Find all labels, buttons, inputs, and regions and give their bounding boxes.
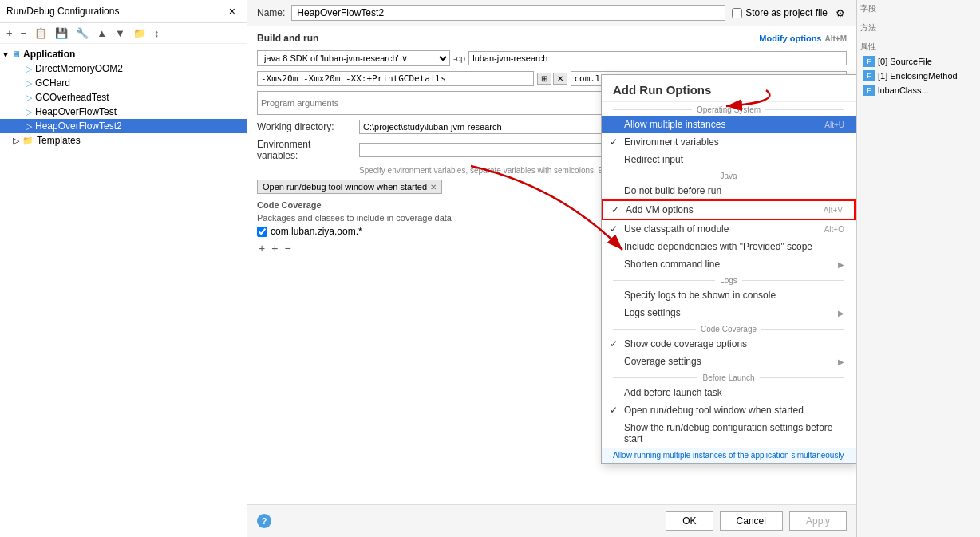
- tree-item-application[interactable]: ▾ 🖥 Application: [0, 47, 247, 61]
- sidebar-item-lubanclass-label: lubanClass...: [878, 85, 929, 95]
- config-tree: ▾ 🖥 Application ▷ DirectMemoryOOM2 ▷ GCH…: [0, 44, 247, 537]
- dialog-footer: ? OK Cancel Apply: [247, 504, 856, 537]
- tree-label-heapoverflow: HeapOverFlowTest: [35, 106, 117, 117]
- dropdown-item-env-vars[interactable]: Environment variables: [602, 133, 856, 151]
- sort-button[interactable]: ↕: [151, 26, 163, 41]
- sidebar-file-icon-2: F: [863, 70, 875, 81]
- sidebar-item-sourcefile[interactable]: F [0] SourceFile: [860, 54, 977, 69]
- dropdown-item-logs-console-label: Specify logs to be shown in console: [624, 290, 776, 301]
- tag-close-btn[interactable]: ✕: [430, 183, 437, 192]
- add-nested-btn[interactable]: +: [270, 240, 279, 256]
- build-run-label: Build and run: [257, 33, 318, 44]
- ok-button[interactable]: OK: [666, 511, 713, 531]
- help-button[interactable]: ?: [257, 514, 271, 528]
- dropdown-item-logs-settings-label: Logs settings: [624, 307, 681, 318]
- name-label: Name:: [257, 7, 285, 18]
- tree-item-gcoverhead[interactable]: ▷ GCOverheadTest: [0, 90, 247, 105]
- dropdown-item-include-deps[interactable]: Include dependencies with "Provided" sco…: [602, 238, 856, 255]
- cp-input[interactable]: [468, 51, 847, 65]
- store-checkbox[interactable]: [732, 8, 742, 18]
- tree-label-gchard: GCHard: [35, 77, 70, 89]
- dropdown-item-coverage-settings[interactable]: Coverage settings ▶: [602, 353, 856, 370]
- add-config-button[interactable]: +: [3, 26, 16, 41]
- add-package-btn[interactable]: +: [257, 240, 267, 256]
- file-icon-gchard: ▷: [26, 78, 32, 89]
- modify-options-link[interactable]: Modify options: [759, 34, 821, 43]
- remove-package-btn[interactable]: −: [283, 240, 292, 256]
- main-config-panel: Name: Store as project file ⚙ Build and …: [247, 0, 856, 537]
- name-input[interactable]: [291, 5, 725, 21]
- dropdown-item-multiple-instances[interactable]: Allow multiple instances Alt+U: [602, 116, 856, 133]
- file-icon-directmemory: ▷: [26, 64, 32, 74]
- save-config-button[interactable]: 💾: [52, 26, 71, 41]
- cancel-button[interactable]: Cancel: [720, 511, 783, 531]
- dropdown-item-redirect[interactable]: Redirect input: [602, 151, 856, 168]
- dropdown-item-logs-settings[interactable]: Logs settings ▶: [602, 304, 856, 322]
- tree-item-directmemory[interactable]: ▷ DirectMemoryOOM2: [0, 61, 247, 76]
- expand-icon-templates: ▷: [13, 136, 19, 146]
- move-up-button[interactable]: ▲: [93, 26, 110, 41]
- dropdown-item-open-tool[interactable]: Open run/debug tool window when started: [602, 401, 856, 419]
- sidebar-item-enclosing[interactable]: F [1] EnclosingMethod: [860, 69, 977, 83]
- gear-button[interactable]: ⚙: [834, 6, 847, 21]
- cp-label: -cp: [453, 53, 465, 63]
- dropdown-coverage-arrow: ▶: [838, 357, 844, 366]
- dropdown-item-add-before[interactable]: Add before launch task: [602, 384, 856, 401]
- tree-item-templates[interactable]: ▷ 📁 Templates: [0, 133, 247, 148]
- open-tool-tag: Open run/debug tool window when started …: [257, 180, 442, 194]
- file-icon-heapoverflow: ▷: [26, 107, 32, 117]
- sidebar-item-sourcefile-label: [0] SourceFile: [878, 57, 932, 66]
- package-checkbox[interactable]: [257, 227, 267, 237]
- sidebar-properties-label: 属性: [860, 41, 977, 53]
- dropdown-item-logs-console[interactable]: Specify logs to be shown in console: [602, 286, 856, 304]
- dialog-title: Run/Debug Configurations: [6, 6, 119, 17]
- env-vars-label: Environment variables:: [257, 139, 353, 161]
- dropdown-java-label: Java: [720, 172, 737, 180]
- dropdown-item-show-coverage[interactable]: Show code coverage options: [602, 335, 856, 353]
- add-run-options-dropdown: Add Run Options Operating System Allow m…: [601, 74, 856, 464]
- close-button[interactable]: ×: [224, 3, 240, 19]
- dropdown-item-show-settings-label: Show the run/debug configuration setting…: [624, 422, 844, 444]
- vm-options-input[interactable]: [257, 71, 534, 86]
- sdk-row: java 8 SDK of 'luban-jvm-research' ∨ -cp: [257, 50, 847, 66]
- dropdown-item-redirect-label: Redirect input: [624, 154, 683, 165]
- dropdown-item-shorten-label: Shorten command line: [624, 259, 720, 270]
- wrench-button[interactable]: 🔧: [73, 26, 92, 41]
- dropdown-os-section: Operating System: [602, 102, 856, 116]
- move-button[interactable]: 📁: [130, 26, 149, 41]
- vm-expand-btn[interactable]: ⊞: [537, 73, 551, 85]
- dropdown-item-open-tool-label: Open run/debug tool window when started: [624, 405, 804, 416]
- dropdown-item-shorten[interactable]: Shorten command line ▶: [602, 255, 856, 273]
- config-body: Build and run Modify options Alt+M java …: [247, 26, 856, 504]
- sidebar-file-icon-1: F: [863, 56, 875, 67]
- dropdown-item-show-settings[interactable]: Show the run/debug configuration setting…: [602, 419, 856, 448]
- right-sidebar: 字段 方法 属性 F [0] SourceFile F [1] Enclosin…: [856, 0, 980, 537]
- dropdown-item-use-classpath-shortcut: Alt+O: [824, 225, 844, 234]
- copy-config-button[interactable]: 📋: [31, 26, 50, 41]
- dropdown-item-include-deps-label: Include dependencies with "Provided" sco…: [624, 241, 812, 252]
- vm-icons: ⊞ ✕: [537, 73, 567, 85]
- sdk-select[interactable]: java 8 SDK of 'luban-jvm-research' ∨: [257, 50, 450, 66]
- remove-config-button[interactable]: −: [18, 26, 30, 41]
- dropdown-logs-section: Logs: [602, 273, 856, 286]
- tree-item-heapoverflow2[interactable]: ▷ HeapOverFlowTest2: [0, 119, 247, 133]
- dropdown-item-show-coverage-label: Show code coverage options: [624, 338, 747, 349]
- tree-item-heapoverflow[interactable]: ▷ HeapOverFlowTest: [0, 105, 247, 119]
- file-icon-heapoverflow2: ▷: [26, 121, 32, 132]
- dropdown-item-add-vm-label: Add VM options: [626, 204, 694, 215]
- move-down-button[interactable]: ▼: [112, 26, 128, 41]
- dropdown-item-use-classpath[interactable]: Use classpath of module Alt+O: [602, 220, 856, 238]
- tree-item-gchard[interactable]: ▷ GCHard: [0, 76, 247, 90]
- apply-button[interactable]: Apply: [789, 511, 847, 531]
- dropdown-os-label: Operating System: [697, 105, 761, 114]
- store-checkbox-label[interactable]: Store as project file: [732, 7, 828, 18]
- tree-toolbar: + − 📋 💾 🔧 ▲ ▼ 📁 ↕: [0, 23, 247, 44]
- dropdown-item-add-vm[interactable]: Add VM options Alt+V: [602, 199, 856, 220]
- dropdown-item-add-vm-shortcut: Alt+V: [824, 206, 843, 215]
- sidebar-item-lubanclass[interactable]: F lubanClass...: [860, 83, 977, 97]
- dropdown-status: Allow running multiple instances of the …: [602, 448, 856, 463]
- working-dir-label: Working directory:: [257, 121, 353, 132]
- vm-clear-btn[interactable]: ✕: [553, 73, 567, 85]
- tree-label-gcoverhead: GCOverheadTest: [35, 92, 109, 103]
- dropdown-item-no-build[interactable]: Do not build before run: [602, 182, 856, 199]
